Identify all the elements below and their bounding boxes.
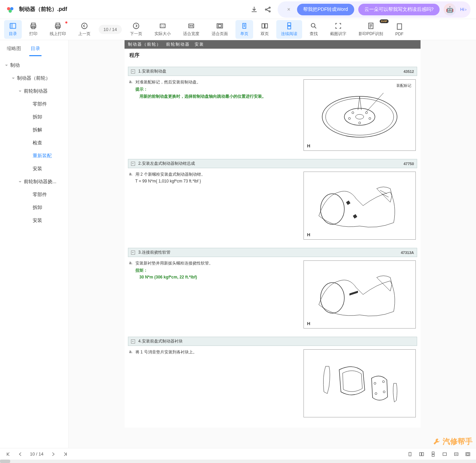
- tool-continuous[interactable]: 连续阅读: [276, 20, 302, 39]
- tool-actual-size[interactable]: 1:1实际大小: [150, 20, 176, 39]
- tool-label: 影印PDF识别: [359, 31, 383, 37]
- tree-item[interactable]: 拆解: [0, 124, 68, 137]
- step-header: −3.连接前挠性软管47313A: [128, 248, 417, 257]
- tab-toc[interactable]: 目录: [29, 43, 42, 56]
- tool-fit-page[interactable]: 适合页面: [207, 20, 233, 39]
- tool-pdf-more[interactable]: PDF: [391, 21, 408, 38]
- step-text: a.用 2 个新螺栓安装盘式制动器制动钳。 T = 99 N*m{ 1,010 …: [129, 172, 298, 240]
- figure-marker: H: [307, 143, 310, 148]
- app-logo-icon: [5, 5, 15, 14]
- tool-double-page[interactable]: 双页: [256, 20, 274, 39]
- step-figure: H: [303, 172, 416, 240]
- horizontal-scrollbar[interactable]: [0, 460, 476, 463]
- svg-point-35: [369, 117, 371, 119]
- page-indicator[interactable]: 10 / 14: [99, 25, 122, 34]
- svg-rect-19: [218, 25, 221, 27]
- view-single-icon[interactable]: [407, 451, 413, 457]
- tree-item[interactable]: 拆卸: [0, 201, 68, 214]
- svg-text:1:1: 1:1: [161, 25, 164, 27]
- tool-find[interactable]: 查找: [305, 20, 323, 39]
- figure-marker: H: [307, 321, 310, 326]
- download-icon[interactable]: [250, 6, 258, 13]
- hi-badge[interactable]: Hi›: [460, 7, 466, 12]
- tool-online-print[interactable]: 线上打印: [45, 20, 71, 39]
- view-continuous-icon[interactable]: [430, 451, 436, 457]
- tree-item[interactable]: 安装: [0, 162, 68, 175]
- svg-rect-24: [288, 26, 291, 29]
- svg-rect-44: [420, 452, 421, 456]
- svg-point-39: [374, 382, 376, 384]
- promo-ai-button[interactable]: 云一朵可以帮我写文档读后感吗?: [358, 4, 440, 15]
- tree-item[interactable]: 零部件: [0, 188, 68, 201]
- footer-page-indicator: 10 / 14: [30, 451, 44, 457]
- tool-catalog[interactable]: 目录: [4, 20, 22, 39]
- tool-label: 目录: [9, 31, 17, 37]
- svg-point-4: [269, 7, 270, 8]
- tree-item[interactable]: 检查: [0, 137, 68, 149]
- svg-rect-46: [432, 452, 434, 454]
- step-title: 3.连接前挠性软管: [138, 250, 170, 255]
- svg-rect-51: [467, 453, 469, 455]
- svg-point-2: [9, 10, 12, 13]
- tree-item[interactable]: 零部件: [0, 98, 68, 111]
- tool-prev-page[interactable]: 上一页: [73, 20, 95, 39]
- view-double-icon[interactable]: [419, 451, 424, 457]
- step-header: −2.安装左盘式制动器制动钳总成47750: [128, 159, 417, 168]
- svg-rect-45: [422, 452, 424, 456]
- view-actual-icon[interactable]: [442, 451, 447, 457]
- tree-item[interactable]: 制动器（前轮）: [0, 72, 68, 85]
- tool-label: PDF: [395, 32, 404, 36]
- svg-point-41: [375, 393, 377, 395]
- tool-pdf-ocr[interactable]: SVIP影印PDF识别: [354, 20, 388, 39]
- svg-point-14: [133, 23, 139, 29]
- tree-item[interactable]: 拆卸: [0, 111, 68, 124]
- tool-ocr-crop[interactable]: 截图识字: [325, 20, 351, 39]
- last-page-icon[interactable]: [63, 451, 68, 457]
- svg-point-36: [359, 122, 361, 124]
- svg-point-5: [269, 11, 270, 12]
- tree-item[interactable]: 安装: [0, 214, 68, 227]
- tool-fit-width[interactable]: 适合宽度: [178, 20, 204, 39]
- view-fitwidth-icon[interactable]: [454, 451, 459, 457]
- svg-point-13: [82, 23, 87, 29]
- promo-close-icon[interactable]: ×: [284, 6, 293, 13]
- step-code: 47313A: [401, 251, 414, 255]
- collapse-icon[interactable]: −: [131, 251, 135, 255]
- watermark: 汽修帮手: [432, 436, 473, 447]
- svg-rect-27: [397, 23, 401, 29]
- prev-page-icon[interactable]: [18, 451, 23, 457]
- tree-item-selected[interactable]: 重新装配: [0, 149, 68, 162]
- avatar-icon[interactable]: 🤖: [444, 3, 456, 16]
- tool-print[interactable]: 打印: [24, 20, 42, 39]
- tree-item[interactable]: 制动: [0, 59, 68, 72]
- share-icon[interactable]: [264, 6, 272, 13]
- promo-convert-button[interactable]: 帮我把PDF转成Word: [297, 4, 354, 15]
- step-title: 2.安装左盘式制动器制动钳总成: [138, 161, 195, 166]
- svip-badge: SVIP: [380, 19, 389, 23]
- svg-point-28: [322, 96, 397, 137]
- tool-next-page[interactable]: 下一页: [125, 20, 147, 39]
- step-title: 4.安装前盘式制动器衬块: [138, 338, 183, 344]
- tab-thumbnails[interactable]: 缩略图: [5, 43, 22, 56]
- first-page-icon[interactable]: [5, 451, 11, 457]
- collapse-icon[interactable]: −: [131, 162, 135, 166]
- tool-single-page[interactable]: 单页: [235, 20, 253, 39]
- tool-label: 截图识字: [330, 31, 346, 37]
- collapse-icon[interactable]: −: [131, 69, 135, 74]
- document-viewer[interactable]: 制动器（前轮） 前轮制动器 安装 程序 −1.安装前制动盘43512 a.对准装…: [69, 40, 476, 448]
- tree-item[interactable]: 前轮制动器: [0, 85, 68, 98]
- svg-rect-21: [262, 24, 264, 28]
- tree-item[interactable]: 前轮制动器挠...: [0, 175, 68, 188]
- view-fitpage-icon[interactable]: [465, 451, 471, 457]
- svg-rect-43: [409, 452, 411, 456]
- promo-banner: × 帮我把PDF转成Word 云一朵可以帮我写文档读后感吗? 🤖 Hi›: [278, 1, 471, 18]
- step-text: a.安装新衬垫并用新扳头螺栓连接挠性软管。 扭矩： 30 N*m (306 kg…: [129, 260, 298, 329]
- toc-tree: 制动 制动器（前轮） 前轮制动器 零部件 拆卸 拆解 检查 重新装配 安装 前轮…: [0, 56, 68, 448]
- next-page-icon[interactable]: [50, 451, 56, 457]
- svg-point-3: [265, 9, 267, 10]
- svg-point-32: [352, 112, 354, 114]
- collapse-icon[interactable]: −: [131, 339, 135, 344]
- scroll-thumb[interactable]: [0, 460, 10, 463]
- svg-rect-47: [432, 454, 434, 456]
- tool-label: 实际大小: [154, 31, 171, 37]
